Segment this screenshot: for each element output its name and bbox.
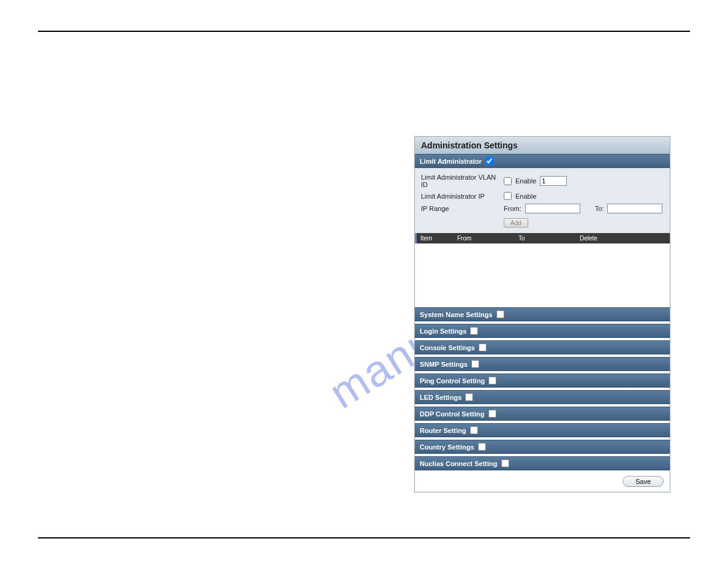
section-checkbox[interactable] [470, 426, 478, 434]
ip-label: Limit Administrator IP [421, 193, 504, 200]
section-label: Country Settings [420, 443, 474, 451]
section-console[interactable]: Console Settings [415, 340, 670, 354]
vlan-label: Limit Administrator VLAN ID [421, 174, 504, 188]
th-to: To [518, 235, 580, 242]
section-checkbox[interactable] [488, 410, 496, 418]
ip-table-body [415, 243, 670, 305]
limit-admin-checkbox[interactable] [485, 157, 493, 165]
add-button[interactable]: Add [504, 218, 528, 228]
section-label: Router Setting [420, 427, 466, 434]
th-from: From [457, 235, 518, 242]
top-divider [38, 31, 690, 32]
section-checkbox[interactable] [501, 459, 509, 467]
panel-footer: Save [415, 470, 670, 492]
section-ddp[interactable]: DDP Control Setting [415, 407, 670, 421]
ip-enable-label: Enable [515, 193, 536, 200]
ip-enable-checkbox[interactable] [504, 192, 512, 200]
section-country[interactable]: Country Settings [415, 440, 670, 454]
section-label: Login Settings [420, 327, 466, 335]
ip-row: Limit Administrator IP Enable [421, 190, 664, 202]
section-label: SNMP Settings [420, 361, 468, 368]
th-item: Item [420, 235, 457, 242]
section-led[interactable]: LED Settings [415, 390, 670, 404]
range-label: IP Range [421, 205, 504, 212]
section-checkbox[interactable] [496, 310, 504, 318]
vlan-enable-checkbox[interactable] [504, 177, 512, 185]
section-nuclias[interactable]: Nuclias Connect Setting [415, 456, 670, 470]
limit-admin-label: Limit Administrator [420, 158, 482, 165]
section-label: Ping Control Setting [420, 377, 485, 385]
save-button[interactable]: Save [623, 476, 664, 487]
section-label: LED Settings [420, 394, 461, 401]
section-login[interactable]: Login Settings [415, 324, 670, 338]
section-label: System Name Settings [420, 311, 493, 318]
limit-admin-body: Limit Administrator VLAN ID Enable Limit… [415, 168, 670, 233]
ip-table-header: Item From To Delete [415, 233, 670, 243]
section-router[interactable]: Router Setting [415, 423, 670, 437]
vlan-enable-label: Enable [515, 177, 536, 185]
add-row: Add [421, 215, 664, 229]
from-label: From: [504, 205, 521, 212]
section-snmp[interactable]: SNMP Settings [415, 357, 670, 371]
from-input[interactable] [525, 204, 580, 213]
admin-settings-panel: Administration Settings Limit Administra… [414, 136, 670, 492]
section-checkbox[interactable] [478, 443, 486, 451]
limit-admin-header[interactable]: Limit Administrator [415, 154, 670, 168]
section-ping[interactable]: Ping Control Setting [415, 373, 670, 388]
section-label: DDP Control Setting [420, 410, 485, 418]
section-label: Nuclias Connect Setting [420, 460, 498, 467]
bottom-divider [38, 537, 690, 538]
to-label: To: [595, 205, 604, 212]
section-checkbox[interactable] [488, 377, 496, 385]
range-row: IP Range From: To: [421, 202, 664, 215]
vlan-input[interactable] [540, 176, 567, 186]
section-checkbox[interactable] [470, 327, 478, 335]
section-label: Console Settings [420, 344, 475, 351]
vlan-row: Limit Administrator VLAN ID Enable [421, 172, 664, 190]
panel-title: Administration Settings [415, 137, 670, 154]
to-input[interactable] [607, 204, 662, 213]
section-checkbox[interactable] [465, 393, 473, 401]
section-checkbox[interactable] [471, 360, 479, 368]
section-checkbox[interactable] [479, 343, 487, 351]
section-system-name[interactable]: System Name Settings [415, 307, 670, 321]
th-delete: Delete [580, 235, 616, 242]
